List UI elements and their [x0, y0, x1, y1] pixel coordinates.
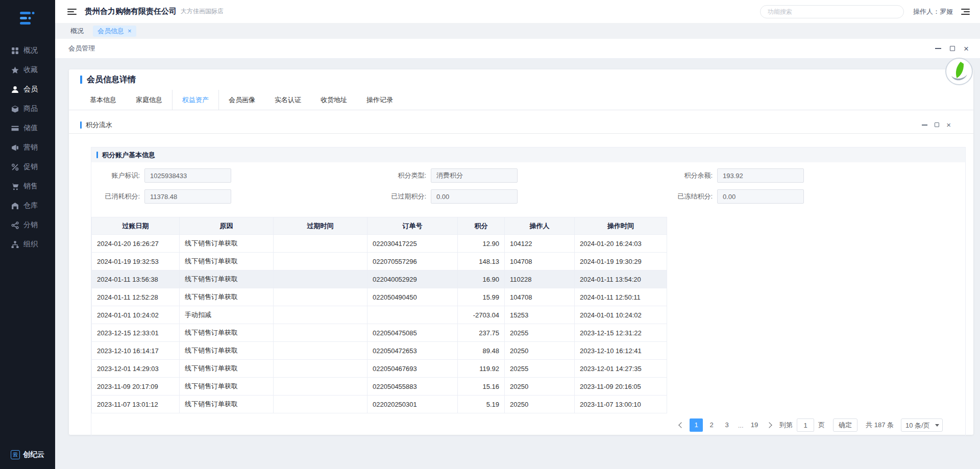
page-size-select[interactable]: 10 条/页 — [901, 418, 943, 432]
maximize-icon[interactable] — [950, 46, 955, 51]
confirm-button[interactable]: 确定 — [833, 418, 857, 432]
points-type-field[interactable] — [431, 168, 518, 183]
table-cell: 022070557296 — [368, 253, 458, 270]
page-tab-overview[interactable]: 概况 — [68, 27, 86, 36]
minimize-icon[interactable] — [922, 125, 927, 126]
table-row[interactable]: 2023-12-01 14:29:03线下销售订单获取0220504676931… — [92, 360, 667, 378]
member-detail-card: 会员信息详情 基本信息 家庭信息 权益资产 会员画像 实名认证 收货地址 操作记… — [69, 69, 973, 435]
close-icon[interactable]: × — [964, 44, 969, 53]
menu-collapse-icon[interactable] — [67, 9, 77, 15]
table-row[interactable]: 2024-01-01 10:24:02手动扣减-2703.04152532024… — [92, 306, 667, 324]
sidebar-item-marketing[interactable]: 营销 — [0, 138, 55, 157]
account-id-field[interactable] — [144, 168, 231, 183]
sidebar-item-sales[interactable]: 销售 — [0, 177, 55, 196]
sidebar-item-label: 销售 — [23, 182, 38, 191]
table-cell: 2023-12-01 14:29:03 — [92, 360, 180, 378]
sidebar-item-favorites[interactable]: 收藏 — [0, 60, 55, 80]
minimize-icon[interactable] — [935, 48, 941, 49]
prev-page-button[interactable] — [675, 418, 688, 432]
panel-title: 积分流水 — [86, 120, 112, 130]
page-tab-member-info[interactable]: 会员信息 × — [93, 26, 136, 37]
sidebar-item-promotion[interactable]: 促销 — [0, 157, 55, 177]
function-search-input[interactable] — [760, 5, 904, 18]
sidebar-item-stored-value[interactable]: 储值 — [0, 118, 55, 138]
table-row[interactable]: 2023-12-10 16:14:17线下销售订单获取0220504726538… — [92, 342, 667, 360]
panel-controls: × — [922, 121, 951, 129]
table-cell: 022050467693 — [368, 360, 458, 378]
table-row[interactable]: 2024-01-11 13:56:38线下销售订单获取0220400529291… — [92, 270, 667, 288]
tab-family-info[interactable]: 家庭信息 — [126, 90, 172, 110]
sidebar-item-warehouse[interactable]: 仓库 — [0, 196, 55, 215]
page-number[interactable]: 3 — [720, 418, 733, 432]
pagination: 1 2 3 ... 19 到第 页 确定 共 187 条 10 条/ — [91, 418, 965, 432]
brand-logo-icon: 云 — [11, 450, 20, 459]
tab-real-name[interactable]: 实名认证 — [265, 90, 311, 110]
table-cell — [274, 270, 368, 288]
points-consumed-field[interactable] — [144, 189, 231, 204]
megaphone-icon — [11, 144, 19, 152]
points-balance-field[interactable] — [717, 168, 804, 183]
sidebar-menu: 概况 收藏 会员 商品 储值 营销 促销 销售 — [0, 41, 55, 443]
sidebar-item-distribution[interactable]: 分销 — [0, 215, 55, 235]
table-row[interactable]: 2023-11-07 13:01:12线下销售订单获取0220202503015… — [92, 396, 667, 413]
close-icon[interactable]: × — [946, 121, 951, 129]
page-number[interactable]: 19 — [748, 418, 761, 432]
table-cell: 022050472653 — [368, 342, 458, 360]
field-label: 积分类型: — [378, 171, 431, 180]
table-cell: 2023-12-10 16:12:41 — [575, 342, 667, 360]
table-cell: 022030417225 — [368, 235, 458, 253]
app-logo — [0, 0, 55, 37]
accent-bar-icon — [96, 152, 98, 158]
table-cell — [274, 324, 368, 342]
table-cell: 20255 — [505, 324, 575, 342]
page-number[interactable]: 1 — [690, 418, 703, 432]
table-cell: 12.90 — [458, 235, 505, 253]
tab-shipping-address[interactable]: 收货地址 — [311, 90, 357, 110]
table-row[interactable]: 2024-01-19 19:32:53线下销售订单获取0220705572961… — [92, 253, 667, 270]
page-number[interactable]: 2 — [705, 418, 718, 432]
accent-bar-icon — [80, 76, 82, 84]
next-page-button[interactable] — [763, 418, 775, 432]
table-row[interactable]: 2024-01-20 16:26:27线下销售订单获取0220304172251… — [92, 235, 667, 253]
table-row[interactable]: 2023-12-15 12:33:01线下销售订单获取0220504750852… — [92, 324, 667, 342]
sidebar-item-goods[interactable]: 商品 — [0, 99, 55, 118]
table-cell: 104122 — [505, 235, 575, 253]
tab-operation-log[interactable]: 操作记录 — [357, 90, 403, 110]
total-count-label: 共 187 条 — [866, 421, 894, 430]
page-ellipsis[interactable]: ... — [736, 422, 746, 429]
sidebar-item-members[interactable]: 会员 — [0, 80, 55, 99]
table-cell: 15.99 — [458, 288, 505, 306]
table-cell: 线下销售订单获取 — [180, 396, 274, 413]
table-row[interactable]: 2024-01-11 12:52:28线下销售订单获取0220504904501… — [92, 288, 667, 306]
table-cell — [274, 342, 368, 360]
section-header: 积分账户基本信息 — [91, 147, 965, 162]
table-cell: 线下销售订单获取 — [180, 378, 274, 396]
maximize-icon[interactable] — [935, 122, 939, 127]
sidebar-item-overview[interactable]: 概况 — [0, 41, 55, 60]
jump-suffix-label: 页 — [818, 421, 825, 430]
table-cell: 2024-01-11 13:54:20 — [575, 270, 667, 288]
goods-icon — [11, 105, 19, 113]
table-row[interactable]: 2023-11-09 20:17:09线下销售订单获取0220504558831… — [92, 378, 667, 396]
jump-page-input[interactable] — [797, 418, 814, 432]
table-cell: 022040052929 — [368, 270, 458, 288]
menu-list-icon[interactable] — [961, 9, 970, 15]
table-cell: 20250 — [505, 342, 575, 360]
warehouse-icon — [11, 202, 19, 210]
sidebar: 概况 收藏 会员 商品 储值 营销 促销 销售 — [0, 0, 55, 469]
tab-rights-assets[interactable]: 权益资产 — [172, 90, 219, 110]
sidebar-item-organization[interactable]: 组织 — [0, 235, 55, 254]
points-frozen-field[interactable] — [717, 189, 804, 204]
table-cell: 2023-12-01 14:27:35 — [575, 360, 667, 378]
tab-close-icon[interactable]: × — [128, 26, 132, 37]
table-cell: 5.19 — [458, 396, 505, 413]
tab-basic-info[interactable]: 基本信息 — [80, 90, 126, 110]
table-cell: 2024-01-01 10:24:02 — [92, 306, 180, 324]
points-expired-field[interactable] — [431, 189, 518, 204]
field-label: 已消耗积分: — [91, 192, 144, 201]
tab-member-portrait[interactable]: 会员画像 — [219, 90, 265, 110]
table-cell: 2024-01-20 16:26:27 — [92, 235, 180, 253]
table-cell: 2023-11-09 20:17:09 — [92, 378, 180, 396]
table-cell — [274, 396, 368, 413]
app-logo-icon — [17, 10, 38, 27]
